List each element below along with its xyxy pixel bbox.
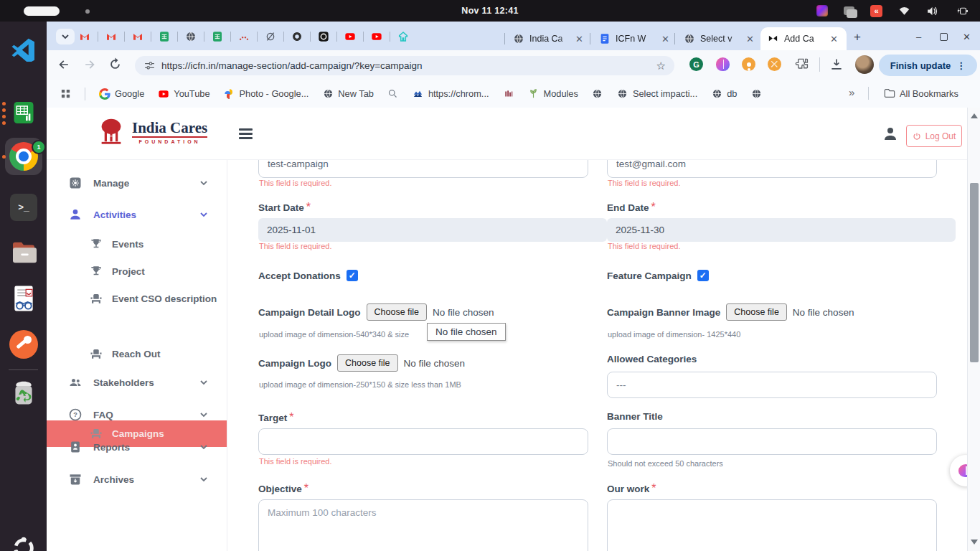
bookmark-db[interactable]: db: [711, 88, 737, 100]
vscode-icon[interactable]: [8, 33, 39, 65]
bookmarks-overflow-chevron[interactable]: »: [849, 86, 854, 98]
grammarly-icon[interactable]: G: [689, 57, 703, 71]
sidebar-item-faq[interactable]: ? FAQ: [47, 405, 227, 424]
end-date-input[interactable]: 2025-11-30: [607, 218, 956, 242]
scroll-down-arrow[interactable]: [971, 540, 978, 545]
ubuntu-apps-icon[interactable]: [8, 532, 39, 551]
target-input[interactable]: [258, 428, 588, 455]
new-tab-button[interactable]: +: [854, 30, 861, 44]
sidebar-item-events[interactable]: Events: [47, 235, 227, 253]
browser-menu-icon[interactable]: ⋮: [956, 60, 966, 71]
bookmark-google-photos[interactable]: Photo - Google...: [224, 88, 309, 100]
sidebar-item-archives[interactable]: Archives: [47, 470, 227, 489]
objective-label: Objective*: [258, 482, 308, 495]
bookmark-modules[interactable]: Modules: [528, 88, 578, 100]
bookmark-select-impact[interactable]: Select impacti...: [617, 88, 697, 100]
start-date-input[interactable]: 2025-11-01: [258, 218, 607, 242]
site-settings-icon[interactable]: [143, 60, 156, 72]
objective-textarea[interactable]: [258, 499, 588, 551]
extensions-puzzle-icon[interactable]: [795, 57, 809, 71]
downloads-icon[interactable]: [829, 57, 844, 72]
chat-icon[interactable]: [844, 6, 854, 15]
pinned-tab-sheets[interactable]: [159, 31, 170, 42]
orange-person-extension-icon[interactable]: [742, 57, 755, 71]
pinned-tab-globe[interactable]: [185, 31, 197, 42]
pinned-tab-openai[interactable]: [291, 31, 303, 42]
sidebar-item-reports[interactable]: Reports: [47, 438, 227, 456]
banner-title-input[interactable]: [607, 428, 937, 455]
calc-dot: [2, 108, 6, 112]
campaign-logo-choose-file-button[interactable]: Choose file: [337, 354, 398, 372]
our-work-textarea[interactable]: [607, 499, 937, 551]
profile-avatar[interactable]: [855, 55, 874, 74]
brain-extension-icon[interactable]: [716, 57, 730, 71]
tab-search-button[interactable]: [56, 29, 75, 44]
tab-select[interactable]: Select v ✕: [677, 27, 758, 50]
feature-campaign-checkbox[interactable]: ✓: [697, 270, 709, 281]
bookmark-google[interactable]: Google: [99, 88, 144, 100]
logout-button[interactable]: Log Out: [906, 125, 962, 147]
sidebar-item-activities[interactable]: Activities: [47, 205, 227, 224]
accept-donations-checkbox[interactable]: ✓: [347, 270, 358, 281]
bookmark-new-tab[interactable]: New Tab: [322, 88, 374, 100]
trash-icon[interactable]: [8, 377, 39, 409]
pinned-tab-youtube[interactable]: [371, 31, 382, 42]
pinned-tab-gmail[interactable]: [79, 31, 90, 42]
sync-icon[interactable]: «: [870, 5, 882, 17]
india-cares-logo[interactable]: India Cares FOUNDATION: [97, 117, 207, 147]
pinned-tab-sheets[interactable]: [212, 31, 223, 42]
pinned-tab-youtube[interactable]: [344, 31, 356, 42]
finish-update-button[interactable]: Finish update ⋮: [879, 55, 977, 76]
allowed-categories-select[interactable]: ---: [607, 372, 937, 398]
volume-icon: [926, 6, 938, 17]
detail-logo-choose-file-button[interactable]: Choose file: [367, 303, 428, 321]
back-button[interactable]: [57, 57, 71, 72]
minimize-button[interactable]: –: [916, 32, 921, 42]
tab-close-icon[interactable]: ✕: [830, 34, 838, 44]
pinned-tab-gmail[interactable]: [105, 31, 117, 42]
bookmark-chrome-link[interactable]: https://chrom...: [413, 88, 489, 100]
close-window-button[interactable]: ✕: [963, 32, 971, 42]
reload-button[interactable]: [108, 57, 122, 71]
sidebar-item-stakeholders[interactable]: Stakeholders: [47, 373, 227, 392]
restore-button[interactable]: [940, 33, 948, 41]
pinned-tab-gmail[interactable]: [132, 31, 143, 42]
tab-close-icon[interactable]: ✕: [575, 34, 583, 44]
apps-grid-icon[interactable]: [60, 88, 71, 100]
sidebar-item-event-cso-description[interactable]: Event CSO description: [47, 289, 227, 308]
terminal-icon[interactable]: >_: [8, 192, 39, 223]
page-scrollbar[interactable]: [967, 108, 980, 551]
tab-india-cares[interactable]: India Ca ✕: [506, 27, 588, 50]
pinned-tab-arc[interactable]: [238, 31, 250, 42]
address-bar[interactable]: https://icfn.in/manage-section/add-campa…: [135, 56, 674, 75]
user-icon[interactable]: [882, 125, 899, 142]
hamburger-menu-icon[interactable]: [239, 126, 253, 141]
tab-close-icon[interactable]: ✕: [746, 34, 754, 44]
tab-add-campaign-active[interactable]: Add Ca ✕: [760, 27, 847, 50]
forward-button[interactable]: [83, 57, 97, 72]
screen-recorder-icon[interactable]: [816, 5, 828, 17]
banner-image-choose-file-button[interactable]: Choose file: [726, 303, 787, 321]
sidebar-item-project[interactable]: Project: [47, 262, 227, 281]
files-icon[interactable]: [8, 237, 39, 268]
postman-icon[interactable]: [8, 329, 39, 360]
pinned-tab-homey[interactable]: [397, 31, 409, 42]
tab-icfn[interactable]: ICFn W ✕: [592, 27, 673, 50]
all-bookmarks-button[interactable]: All Bookmarks: [884, 88, 958, 99]
document-viewer-icon[interactable]: [8, 283, 39, 314]
pinned-tab-obsidian[interactable]: [318, 31, 329, 42]
bookmark-globe[interactable]: [592, 88, 603, 100]
libreoffice-calc-icon[interactable]: [8, 97, 39, 128]
bookmark-globe[interactable]: [750, 88, 762, 100]
sidebar-item-reach-out[interactable]: Reach Out: [47, 344, 227, 363]
pinned-tab-zero[interactable]: [265, 31, 276, 42]
scrollbar-thumb[interactable]: [970, 183, 979, 362]
orange-x-extension-icon[interactable]: ⤫: [768, 57, 781, 71]
sidebar-item-manage[interactable]: Manage: [47, 174, 227, 192]
bookmark-star-icon[interactable]: ☆: [656, 60, 666, 72]
bookmark-maroon-site[interactable]: [503, 88, 514, 100]
tab-close-icon[interactable]: ✕: [661, 34, 669, 44]
bookmark-search[interactable]: [387, 88, 399, 100]
bookmark-youtube[interactable]: YouTube: [158, 88, 209, 100]
scroll-up-arrow[interactable]: [971, 113, 978, 118]
